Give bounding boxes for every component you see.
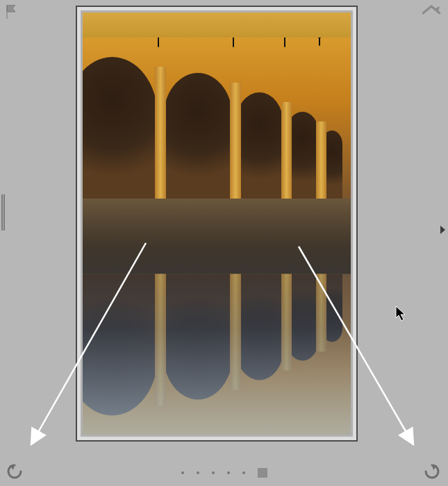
photo-frame[interactable] <box>76 6 358 442</box>
rotate-cw-button[interactable] <box>424 463 440 480</box>
thumbnail-strip-indicator <box>181 468 267 478</box>
photo-preview <box>83 12 351 435</box>
photo-matte <box>81 10 353 437</box>
stop-indicator <box>258 468 267 478</box>
rotate-ccw-button[interactable] <box>6 463 23 480</box>
left-panel-handle[interactable] <box>1 194 6 231</box>
dot-indicator <box>227 471 230 474</box>
dot-indicator <box>197 471 199 474</box>
flag-icon[interactable] <box>6 5 17 19</box>
dot-indicator <box>212 471 215 474</box>
expand-right-icon[interactable] <box>440 226 445 234</box>
loupe-view-panel <box>0 0 448 486</box>
dot-indicator <box>181 471 184 474</box>
dot-indicator <box>242 471 245 474</box>
cursor-arrow-icon <box>395 305 408 322</box>
collapse-up-icon[interactable] <box>422 5 440 15</box>
